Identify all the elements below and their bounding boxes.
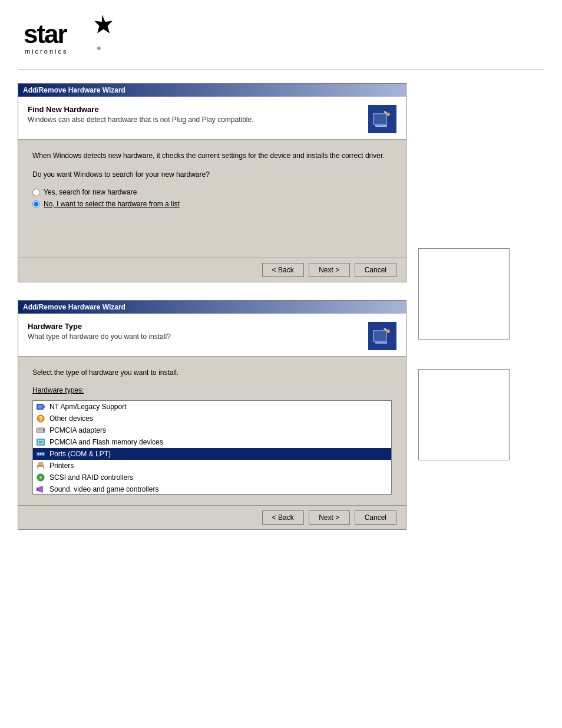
wizard1-header-text: Find New Hardware Windows can also detec… — [28, 105, 254, 124]
svg-marker-37 — [39, 486, 43, 493]
hardware-list-item[interactable]: Printers — [33, 460, 391, 472]
right-panels — [418, 83, 510, 460]
wizard1-footer: < Back Next > Cancel — [18, 258, 406, 282]
hardware-list-item-label: Ports (COM & LPT) — [49, 450, 111, 458]
svg-rect-25 — [39, 441, 42, 443]
wizard1-back-button[interactable]: < Back — [262, 263, 304, 277]
flash-icon — [35, 437, 46, 447]
hardware-wizard-icon — [372, 108, 393, 130]
star-micronics-logo: star micronics ® — [18, 14, 124, 58]
wizard2-titlebar: Add/Remove Hardware Wizard — [18, 301, 406, 314]
hardware-list-item[interactable]: NT Apm/Legacy Support — [33, 401, 391, 413]
svg-rect-32 — [38, 467, 43, 469]
svg-rect-33 — [39, 466, 42, 466]
wizard1-body: When Windows detects new hardware, it ch… — [18, 140, 406, 258]
svg-text:micronics: micronics — [25, 48, 68, 55]
wizard2-header: Hardware Type What type of hardware do y… — [18, 314, 406, 357]
wizard1-radio2-label: No, I want to select the hardware from a… — [44, 200, 180, 208]
wizard1-cancel-button[interactable]: Cancel — [355, 263, 396, 277]
wizard1-radio1[interactable]: Yes, search for new hardware — [32, 188, 392, 196]
wizard2-header-text: Hardware Type What type of hardware do y… — [28, 322, 171, 341]
wizard2-next-button[interactable]: Next > — [309, 510, 350, 525]
svg-point-15 — [386, 330, 390, 333]
hardware-list-item-label: PCMCIA and Flash memory devices — [49, 438, 163, 446]
wizard1-radio1-label: Yes, search for new hardware — [44, 188, 137, 196]
wizard2-header-title: Hardware Type — [28, 322, 171, 331]
wizard2-header-subtitle: What type of hardware do you want to ins… — [28, 332, 171, 341]
svg-rect-13 — [375, 342, 387, 344]
ports-icon — [35, 449, 46, 459]
svg-rect-31 — [38, 462, 43, 465]
hardware-list-item[interactable]: Sound, video and game controllers — [33, 483, 391, 495]
hardware-list-item[interactable]: PCMCIA and Flash memory devices — [33, 436, 391, 448]
hardware-list-item[interactable]: ?Other devices — [33, 413, 391, 424]
svg-rect-12 — [374, 331, 386, 341]
svg-rect-18 — [44, 406, 45, 408]
printers-icon — [35, 461, 46, 470]
hardware-list-item-label: Other devices — [49, 414, 93, 423]
hardware-type-icon — [372, 325, 393, 347]
wizard1-dialog: Add/Remove Hardware Wizard Find New Hard… — [18, 83, 406, 282]
svg-rect-36 — [37, 487, 39, 491]
hardware-list-item-label: Printers — [49, 462, 74, 470]
wizard2-body-para1: Select the type of hardware you want to … — [32, 367, 392, 378]
wizard1-titlebar: Add/Remove Hardware Wizard — [18, 84, 406, 97]
hardware-list-item[interactable]: SCSI and RAID controllers — [33, 472, 391, 483]
wizard1-header-icon — [368, 105, 396, 133]
wizard1-header-title: Find New Hardware — [28, 105, 254, 114]
wizard2-body: Select the type of hardware you want to … — [18, 357, 406, 505]
page-divider — [18, 70, 544, 70]
right-panel-box-1 — [418, 248, 510, 340]
svg-text:?: ? — [39, 416, 42, 422]
hardware-list-item-label: NT Apm/Legacy Support — [49, 403, 127, 411]
other-devices-icon: ? — [35, 414, 46, 423]
wizard1-title-text: Add/Remove Hardware Wizard — [23, 86, 125, 94]
wizard1-body-para1: When Windows detects new hardware, it ch… — [32, 150, 392, 161]
logo-area: star micronics ® — [18, 12, 544, 59]
pcmcia-icon — [35, 426, 46, 435]
hardware-list-item[interactable]: PCMCIA adapters — [33, 424, 391, 436]
hardware-list-item-label: SCSI and RAID controllers — [49, 473, 133, 482]
wizard2-header-icon — [368, 322, 396, 350]
svg-rect-17 — [38, 405, 42, 409]
wizard1-body-para2: Do you want Windows to search for your n… — [32, 169, 392, 180]
wizard2-back-button[interactable]: < Back — [262, 510, 304, 525]
svg-rect-8 — [376, 126, 386, 127]
hardware-list: NT Apm/Legacy Support?Other devicesPCMCI… — [33, 401, 391, 495]
wizard1-header: Find New Hardware Windows can also detec… — [18, 97, 406, 140]
wizard2-title-text: Add/Remove Hardware Wizard — [23, 303, 125, 311]
logo-box: star micronics ® — [18, 12, 124, 59]
svg-text:®: ® — [97, 46, 101, 51]
nt-apm-icon — [35, 402, 46, 411]
svg-rect-6 — [374, 114, 386, 124]
svg-rect-22 — [43, 429, 45, 431]
hardware-types-label: Hardware types: — [32, 386, 392, 394]
svg-point-28 — [40, 453, 42, 455]
wizard1-next-button[interactable]: Next > — [309, 263, 350, 277]
wizard1-radio-group: Yes, search for new hardware No, I want … — [32, 188, 392, 208]
right-panel-box-2 — [418, 369, 510, 460]
hardware-list-container[interactable]: NT Apm/Legacy Support?Other devicesPCMCI… — [32, 400, 392, 495]
hardware-list-item-label: PCMCIA adapters — [49, 426, 106, 434]
wizard1-header-subtitle: Windows can also detect hardware that is… — [28, 116, 254, 124]
wizard2-cancel-button[interactable]: Cancel — [355, 510, 396, 525]
svg-point-27 — [38, 453, 39, 455]
sound-icon — [35, 485, 46, 494]
wizard1-radio2[interactable]: No, I want to select the hardware from a… — [32, 200, 392, 208]
wizard2-footer: < Back Next > Cancel — [18, 505, 406, 529]
svg-point-35 — [39, 476, 42, 479]
wizard2-dialog: Add/Remove Hardware Wizard Hardware Type… — [18, 300, 406, 530]
svg-point-10 — [386, 113, 390, 116]
svg-text:star: star — [24, 19, 68, 48]
hardware-list-item-label: Sound, video and game controllers — [49, 485, 158, 493]
scsi-icon — [35, 473, 46, 482]
wizards-column: Add/Remove Hardware Wizard Find New Hard… — [18, 83, 406, 530]
page-container: star micronics ® Add/Remove Hardware Wiz… — [0, 0, 562, 728]
wizard1-radio1-input[interactable] — [32, 189, 40, 196]
wizard1-radio2-input[interactable] — [32, 200, 40, 208]
svg-point-29 — [42, 453, 44, 455]
hardware-list-item[interactable]: Ports (COM & LPT) — [33, 448, 391, 460]
